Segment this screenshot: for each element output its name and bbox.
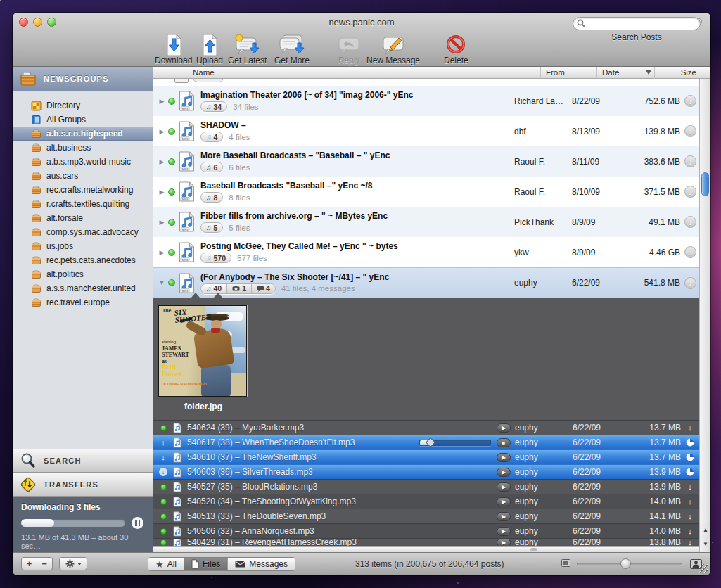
disclosure-closed-icon[interactable]: ▶	[157, 219, 167, 226]
scroll-up-arrow[interactable]: ▲	[700, 523, 710, 537]
badge-photo-segment[interactable]: 1	[226, 284, 251, 293]
badge-music-segment[interactable]: ♫570	[201, 253, 231, 262]
sidebar-item-alt-business[interactable]: alt.business	[13, 141, 153, 155]
upload-button[interactable]: Upload	[196, 34, 223, 65]
pause-transfers-button[interactable]	[132, 517, 143, 529]
play-preview-button[interactable]: ▶	[497, 527, 511, 536]
play-preview-button[interactable]: ▶	[497, 423, 511, 433]
post-row[interactable]: ▶MP3SHADOW –♫44 filesdbf8/13/09139.8 MB↓	[153, 116, 699, 146]
vertical-scrollbar-thumb[interactable]	[701, 172, 709, 196]
post-row[interactable]: ▶MP3Baseball Broadcasts "Baseball –" yEn…	[153, 177, 699, 207]
add-button[interactable]: +	[21, 557, 37, 570]
download-post-button[interactable]: ↓	[684, 155, 696, 167]
badge-music-segment[interactable]: ♫5	[201, 223, 222, 232]
download-post-button[interactable]: ↓	[684, 125, 696, 137]
get-more-button[interactable]: Get More	[274, 34, 310, 65]
column-header-name[interactable]: Name	[193, 68, 215, 77]
file-row[interactable]: ↓540603 (36) – SilverThreads.mp3▶euphy6/…	[153, 464, 699, 479]
window-resize-grip[interactable]	[699, 564, 708, 573]
play-preview-button[interactable]: ▶	[497, 538, 511, 546]
badge-music-segment[interactable]: ♫4	[201, 132, 222, 141]
sidebar-item-all-groups[interactable]: All Groups	[13, 113, 153, 127]
badge-chat-segment[interactable]: 4	[251, 284, 275, 293]
sidebar-item-rec-crafts-metalworking[interactable]: rec.crafts.metalworking	[13, 183, 153, 197]
scroll-down-arrow[interactable]: ▼	[700, 537, 710, 551]
post-row[interactable]: ▶MP3Imagination Theater 2006 [~ of 34] "…	[153, 86, 699, 116]
action-menu-button[interactable]	[59, 557, 87, 570]
vertical-scrollbar[interactable]: ▲ ▼	[699, 79, 710, 552]
badge-music-segment[interactable]: ♫34	[201, 102, 226, 111]
column-header-size[interactable]: Size	[681, 68, 696, 77]
file-row[interactable]: 540429 (31) – RevengeAtHarnessCreek.mp3▶…	[153, 538, 699, 546]
download-post-button[interactable]: ↓	[684, 246, 696, 258]
sidebar-item-rec-travel-europe[interactable]: rec.travel.europe	[13, 295, 153, 309]
disclosure-open-icon[interactable]: ▼	[157, 279, 167, 286]
badge-music-segment[interactable]: ♫6	[201, 162, 222, 172]
badge-music-segment[interactable]: ♫8	[201, 193, 222, 202]
play-preview-button[interactable]: ▶	[497, 482, 511, 492]
attachment-count-badge[interactable]: ♫6	[200, 162, 223, 172]
horizontal-scrollbar-thumb[interactable]	[530, 548, 537, 551]
file-row[interactable]: 540624 (39) – MyraBarker.mp3▶euphy6/22/0…	[153, 420, 699, 435]
file-row[interactable]: ↓540617 (38) – WhenTheShoeDoesn'tFit.mp3…	[153, 435, 699, 449]
search-input[interactable]	[573, 17, 701, 30]
file-row[interactable]: 540527 (35) – BloodRelations.mp3▶euphy6/…	[153, 479, 699, 494]
post-row[interactable]: ▶MP3Fibber fills from archive.org – " ~ …	[153, 207, 699, 237]
file-row[interactable]: 540520 (34) – TheShootingOfWyattKing.mp3…	[153, 494, 699, 509]
filter-tab-all[interactable]: ★All	[148, 558, 184, 570]
disclosure-closed-icon[interactable]: ▶	[157, 249, 167, 256]
download-post-button[interactable]: ↓	[684, 277, 696, 289]
transfers-section[interactable]: TRANSFERS	[13, 473, 153, 497]
stop-preview-button[interactable]: ■	[497, 438, 511, 447]
attachment-count-badge[interactable]: ♫4	[200, 132, 223, 142]
download-post-button[interactable]: ↓	[684, 216, 696, 228]
sidebar-item-a-b-s-r-o-highspeed[interactable]: a.b.s.r.o.highspeed	[13, 127, 153, 141]
reply-button[interactable]: Reply	[336, 34, 362, 65]
sidebar-item-r-crafts-textiles-quilting[interactable]: r.crafts.textiles.quilting	[13, 197, 153, 211]
sidebar-item-a-s-s-manchester-united[interactable]: a.s.s.manchester.united	[13, 281, 153, 295]
attachment-count-badge[interactable]: ♫8	[200, 192, 223, 203]
disclosure-closed-icon[interactable]: ▶	[157, 158, 167, 165]
sidebar-item-alt-forsale[interactable]: alt.forsale	[13, 211, 153, 225]
delete-button[interactable]: Delete	[444, 34, 468, 65]
sidebar-item-directory[interactable]: Directory	[13, 98, 153, 113]
disclosure-closed-icon[interactable]: ▶	[157, 128, 167, 135]
download-post-button[interactable]: ↓	[684, 186, 696, 198]
attachment-count-badge[interactable]: ♫34	[200, 101, 227, 112]
remove-button[interactable]: −	[37, 557, 53, 570]
download-button[interactable]: Download	[155, 34, 192, 65]
download-post-button[interactable]: ↓	[684, 95, 696, 107]
attachment-count-badge[interactable]: ♫570	[200, 253, 231, 263]
new-message-button[interactable]: New Message	[366, 34, 420, 65]
sidebar-item-alt-politics[interactable]: alt.politics	[13, 267, 153, 281]
sidebar-item-a-b-s-mp3-world-music[interactable]: a.b.s.mp3.world-music	[13, 155, 153, 169]
attachment-count-badge[interactable]: ♫4014	[200, 283, 276, 294]
play-preview-button[interactable]: ▶	[497, 468, 511, 477]
post-row[interactable]: ▶MP3Posting McGee, They Called Me! – yEn…	[153, 237, 699, 267]
disclosure-closed-icon[interactable]: ▶	[157, 98, 167, 105]
filter-tab-messages[interactable]: Messages	[228, 558, 295, 570]
file-row[interactable]: 540506 (32) – AnnaNorquest.mp3▶euphy6/22…	[153, 523, 699, 538]
filter-tab-files[interactable]: Files	[184, 558, 228, 570]
post-row[interactable]: ▼MP3(For Anybody – The Six Shooter [~/41…	[153, 267, 699, 298]
slider-thumb[interactable]	[620, 558, 631, 569]
disclosure-closed-icon[interactable]: ▶	[157, 188, 167, 196]
play-preview-button[interactable]: ▶	[497, 453, 511, 462]
file-row[interactable]: ↓540610 (37) – TheNewSheriff.mp3▶euphy6/…	[153, 449, 699, 464]
column-header-from[interactable]: From	[546, 68, 565, 77]
badge-music-segment[interactable]: ♫40	[201, 284, 226, 293]
get-latest-button[interactable]: Get Latest	[228, 34, 267, 65]
sidebar-item-rec-pets-cats-anecdotes[interactable]: rec.pets.cats.anecdotes	[13, 253, 153, 267]
sidebar-item-comp-sys-mac-advocacy[interactable]: comp.sys.mac.advocacy	[13, 225, 153, 239]
newsgroups-header[interactable]: NEWSGROUPS	[13, 67, 153, 91]
sidebar-item-aus-cars[interactable]: aus.cars	[13, 169, 153, 183]
column-header-date[interactable]: Date	[602, 68, 619, 77]
sidebar-item-us-jobs[interactable]: us.jobs	[13, 239, 153, 253]
search-section[interactable]: SEARCH	[13, 449, 153, 473]
play-preview-button[interactable]: ▶	[497, 512, 511, 521]
post-row[interactable]: ▶MP3More Baseball Broadcasts – "Baseball…	[153, 146, 699, 177]
file-row[interactable]: 540513 (33) – TheDoubleSeven.mp3▶euphy6/…	[153, 509, 699, 523]
horizontal-scrollbar[interactable]	[153, 546, 699, 552]
attachment-thumbnail[interactable]: The SIX SHOOTER starring JAMES STEWART a…	[158, 305, 247, 397]
play-preview-button[interactable]: ▶	[497, 497, 511, 506]
